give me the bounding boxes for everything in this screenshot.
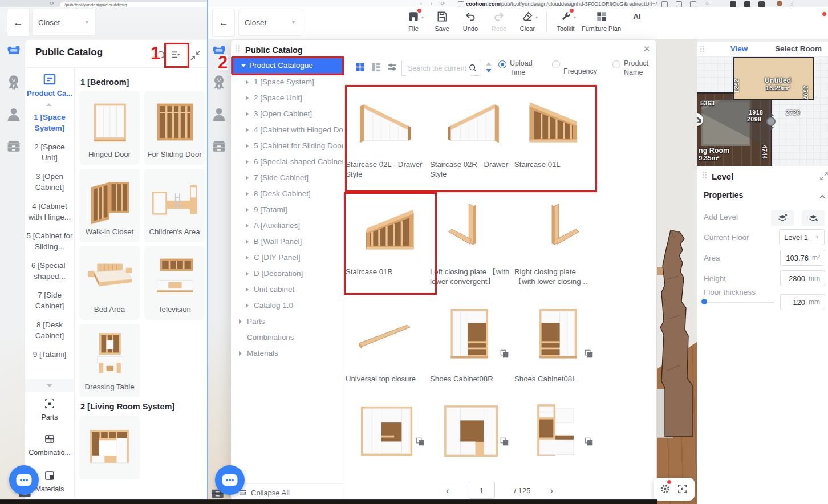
category-item[interactable]: 9 [Tatami] [26,349,73,360]
search-icon[interactable] [155,49,168,62]
category-item[interactable]: 2 [Space Unit] [26,141,73,163]
toolbar-save-button[interactable]: Save [428,7,456,32]
category-item[interactable]: 6 [Special-shaped... [26,260,73,282]
product-catalogue-icon[interactable] [42,72,57,87]
tree-item[interactable]: 3 [Open Cabinet] [231,106,343,122]
filter-icon[interactable] [387,62,397,72]
product-card[interactable]: Children's Area [144,169,205,242]
slider-handle[interactable] [701,299,707,304]
tree-item[interactable]: Catalog 1.0 [231,298,343,314]
forward-nav-icon[interactable]: › [431,1,432,6]
opening-handle[interactable] [766,117,776,126]
collapse-all-button[interactable]: Collapse All [231,483,343,501]
category-item[interactable]: 8 [Desk Cabinet] [26,319,73,341]
sort-list-icon[interactable] [169,48,182,61]
bookmark-star-icon[interactable]: ☆ [705,1,709,6]
back-nav-icon[interactable]: ‹ [420,1,422,6]
rail-title[interactable]: Product Ca... [26,89,73,97]
sort-radio-frequency[interactable]: Frequency [552,59,600,77]
page-input[interactable] [469,482,495,499]
chevron-up-icon[interactable] [819,192,826,199]
prev-page-icon[interactable]: ‹ [446,486,449,495]
search-icon[interactable] [468,63,477,72]
reload-icon[interactable]: ⟳ [441,1,445,6]
copy-icon[interactable] [500,437,509,446]
category-item[interactable]: 3 [Open Cabinet] [26,171,73,193]
tab-view[interactable]: View [711,42,768,56]
tree-item[interactable]: Combinations [231,330,343,346]
tree-item[interactable]: C [DIY Panel] [231,250,343,266]
tree-item[interactable]: 7 [Side Cabinet] [231,170,343,186]
sofa-icon[interactable] [210,42,228,59]
tab-select-room[interactable]: Select Room [770,42,827,56]
focus-icon[interactable] [677,483,688,494]
drawer-icon[interactable] [210,138,228,155]
toolbar-furniture-plan-button[interactable]: Furniture Plan [580,7,623,32]
tree-item[interactable]: 4 [Cabinet with Hinged Doo [231,122,343,138]
area-field[interactable]: 103.76m² [780,250,825,266]
product-card[interactable]: Dressing Table [79,324,140,397]
tree-item[interactable]: B [Wall Panel] [231,234,343,250]
product-item[interactable] [514,394,597,472]
sidebar-item-combinations[interactable]: Combinatio... [25,433,74,457]
viewport-3d-right[interactable] [657,39,697,504]
sidebar-item-parts[interactable]: Parts [25,398,74,421]
person-icon[interactable] [210,106,228,123]
floor-thickness-field[interactable]: 120mm [780,294,825,310]
sofa-icon[interactable] [5,42,22,59]
floorplan-canvas[interactable]: Untitled16.29m² ng Room9.35m² 2621350753… [697,56,828,166]
tree-item[interactable]: 2 [Space Unit] [231,90,343,106]
tree-item[interactable]: Materials [231,346,343,361]
category-item[interactable]: 7 [Side Cabinet] [26,290,73,311]
chat-bubble-button[interactable] [9,465,39,495]
person-icon[interactable] [5,106,22,123]
camera-icon[interactable] [697,113,703,126]
badge-icon[interactable]: V [5,74,22,91]
toolbar-file-button[interactable]: ▾File [399,7,428,32]
floor-thickness-slider[interactable] [706,302,774,303]
scroll-down-strip[interactable] [25,379,74,392]
product-item[interactable]: Shoes Cabinet08R [430,296,513,384]
back-button[interactable]: ← [7,9,30,37]
room-select[interactable]: Closet▼ [32,9,96,36]
sort-radio-upload-time[interactable]: Upload Time [498,59,539,77]
tree-item[interactable]: Unit cabinet [231,282,343,298]
browser-avatar[interactable] [777,1,782,6]
refresh-icon[interactable]: ⟳ [50,1,55,6]
drag-handle[interactable] [235,44,240,53]
product-card[interactable] [79,416,140,479]
tree-item[interactable]: Parts [231,314,343,330]
drawer-icon[interactable] [5,138,22,155]
add-level-below-button[interactable] [802,210,825,226]
product-card[interactable]: Walk-in Closet [79,169,140,242]
drag-handle[interactable] [700,45,705,54]
drag-handle[interactable] [702,171,707,180]
badge-icon[interactable]: V [210,74,228,91]
back-button[interactable]: ← [212,9,235,37]
current-floor-select[interactable]: Level 1 ▼ [779,229,825,245]
browser-menu-icon[interactable]: ⋮ [789,1,794,6]
tree-item[interactable]: A [Auxiliaries] [231,218,343,234]
product-item[interactable]: Left closing plate 【with lower convergen… [430,189,513,286]
tree-item-selected[interactable]: Product Catalogue [231,57,343,74]
collapse-panel-icon[interactable] [189,49,202,62]
product-item[interactable]: Staircase 01R [346,189,428,286]
product-item[interactable] [430,394,513,472]
product-item[interactable]: Shoes Cabinet08L [514,296,597,384]
tree-item[interactable]: 5 [Cabinet for Sliding Door] [231,138,343,154]
toolbar-undo-button[interactable]: Undo [456,7,485,32]
category-item[interactable]: 1 [Space System] [26,112,73,133]
tree-item[interactable]: 1 [Space System] [231,74,343,90]
list-view-icon[interactable] [371,62,381,72]
room-select[interactable]: Closet▼ [238,9,302,36]
toolbar-ai-button[interactable]: AI [623,7,651,23]
next-page-icon[interactable]: › [550,486,553,495]
grid-view-icon[interactable] [355,62,366,72]
product-card[interactable]: Hinged Door [79,91,140,165]
tree-item[interactable]: 6 [Special-shaped Cabinet] [231,154,343,170]
chat-bubble-button[interactable] [215,465,245,495]
sort-radio-product-name[interactable]: Product Name [612,59,654,77]
tree-item[interactable]: 9 [Tatami] [231,202,343,218]
close-icon[interactable]: ✕ [641,43,652,55]
tree-item[interactable]: D [Decoration] [231,266,343,282]
